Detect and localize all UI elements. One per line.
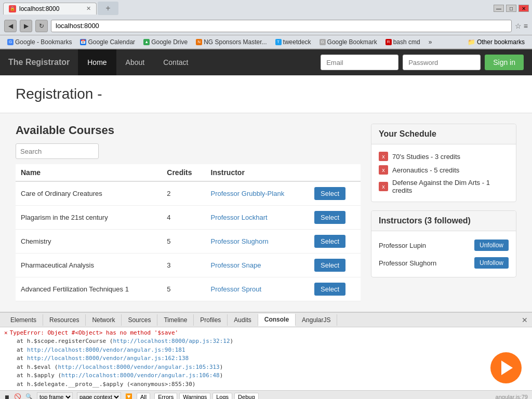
stack-link[interactable]: http://localhost:8000/vendor/angular.js:… xyxy=(58,364,219,370)
bookmark-label: Google Calendar xyxy=(88,38,135,46)
devtools-tab-sources[interactable]: Sources xyxy=(122,314,157,326)
devtools-tabs: Elements Resources Network Sources Timel… xyxy=(0,313,532,327)
frame-select[interactable]: top frame xyxy=(37,392,73,400)
course-name: Chemistry xyxy=(16,230,162,254)
new-tab-btn[interactable]: + xyxy=(98,2,118,15)
devtools-tab-timeline[interactable]: Timeline xyxy=(157,314,194,326)
select-button[interactable]: Select xyxy=(314,187,345,200)
stack-link[interactable]: http://localhost:8000/vendor/angular.js:… xyxy=(27,347,185,353)
select-button[interactable]: Select xyxy=(314,283,345,296)
minimize-btn[interactable]: — xyxy=(494,5,504,12)
search-input[interactable] xyxy=(16,143,99,159)
table-row: Plagarism in the 21st century 4 Professo… xyxy=(16,206,361,230)
filter-logs-btn[interactable]: Logs xyxy=(212,393,232,400)
remove-schedule-btn[interactable]: x xyxy=(379,152,388,161)
instructors-card: Instructors (3 followed) Professor Lupin… xyxy=(371,210,516,277)
reload-btn[interactable]: ↻ xyxy=(35,20,48,32)
select-button[interactable]: Select xyxy=(314,235,345,248)
bookmark-bash[interactable]: R bash cmd xyxy=(382,37,423,47)
error-line: ✕ TypeError: Object #<Object> has no met… xyxy=(4,329,528,336)
course-credits: 5 xyxy=(162,230,205,254)
bookmark-gbookmark[interactable]: G Google Bookmark xyxy=(316,37,380,47)
nav-link-home[interactable]: Home xyxy=(78,49,116,75)
clear-btn[interactable]: 🚫 xyxy=(14,393,21,399)
back-btn[interactable]: ◀ xyxy=(4,20,17,32)
devtools-tab-console[interactable]: Console xyxy=(258,314,296,326)
instructor-row: Professor Slughorn Unfollow xyxy=(379,254,509,272)
signin-button[interactable]: Sign in xyxy=(485,55,524,70)
instructor-name: Professor Lupin xyxy=(379,242,426,249)
bookmark-tweetdeck[interactable]: T tweetdeck xyxy=(272,37,314,47)
select-button[interactable]: Select xyxy=(314,211,345,224)
instructor-link[interactable]: Professor Snape xyxy=(211,261,261,269)
stack-link[interactable]: http://localhost:8000/vendor/angular.js:… xyxy=(61,372,220,379)
course-name: Plagarism in the 21st century xyxy=(16,206,162,230)
page-wrapper: The Registrator Home About Contact Sign … xyxy=(0,49,532,312)
select-button[interactable]: Select xyxy=(314,259,345,272)
filter-icon: 🔽 xyxy=(125,393,132,399)
bookmark-favicon-gbookmark: G xyxy=(320,39,326,45)
instructor-link[interactable]: Professor Sprout xyxy=(211,285,262,293)
course-credits: 2 xyxy=(162,181,205,206)
context-select[interactable]: page context xyxy=(77,392,121,400)
instructor-link[interactable]: Professor Grubbly-Plank xyxy=(211,190,285,197)
devtools-footer: ⏹ 🚫 🔍 top frame page context 🔽 All Error… xyxy=(0,390,532,399)
devtools-tab-profiles[interactable]: Profiles xyxy=(194,314,228,326)
email-input[interactable] xyxy=(321,55,398,70)
stack-line: at h.$apply (http://localhost:8000/vendo… xyxy=(4,371,528,380)
course-credits: 5 xyxy=(162,277,205,301)
nav-link-contact[interactable]: Contact xyxy=(154,49,197,75)
filter-errors-btn[interactable]: Errors xyxy=(154,393,177,400)
error-message: TypeError: Object #<Object> has no metho… xyxy=(10,329,179,336)
bookmark-ng[interactable]: N NG Sponsors Master... xyxy=(193,37,270,47)
instructor-link[interactable]: Professor Lockhart xyxy=(211,214,268,221)
bookmark-google[interactable]: G Google - Bookmarks xyxy=(4,37,75,47)
more-bookmarks-label: » xyxy=(429,38,432,46)
nav-link-about[interactable]: About xyxy=(116,49,154,75)
bookmark-drive[interactable]: ▲ Google Drive xyxy=(140,37,191,47)
browser-tab[interactable]: 🔒 localhost:8000 ✕ xyxy=(3,3,97,15)
table-row: Advanced Fertilization Techniques 1 5 Pr… xyxy=(16,277,361,301)
filter-warnings-btn[interactable]: Warnings xyxy=(179,393,210,400)
close-btn[interactable]: ✕ xyxy=(518,5,529,12)
unfollow-button[interactable]: Unfollow xyxy=(474,240,509,251)
devtools-close-btn[interactable]: ✕ xyxy=(522,316,528,324)
page-header-section: Registration - xyxy=(0,75,532,113)
forward-btn[interactable]: ▶ xyxy=(20,20,32,32)
course-instructor: Professor Slughorn xyxy=(206,230,310,254)
stack-link[interactable]: http://localhost:8000/app.js:32:12 xyxy=(113,338,230,344)
filter-debug-btn[interactable]: Debug xyxy=(234,393,258,400)
instructor-link[interactable]: Professor Slughorn xyxy=(211,237,269,245)
remove-schedule-btn[interactable]: x xyxy=(379,182,388,191)
menu-icon[interactable]: ≡ xyxy=(524,22,528,30)
table-row: Pharmaceutical Analysis 3 Professor Snap… xyxy=(16,254,361,277)
address-bar[interactable] xyxy=(51,20,512,32)
devtools-tab-network[interactable]: Network xyxy=(86,314,122,326)
bookmark-favicon-bash: R xyxy=(385,39,392,45)
col-header-name: Name xyxy=(16,164,162,181)
search-btn[interactable]: 🔍 xyxy=(25,393,33,399)
courses-section: Available Courses Name Credits Instructo… xyxy=(16,124,361,301)
password-input[interactable] xyxy=(403,55,481,70)
bookmark-more[interactable]: » xyxy=(425,37,435,47)
maximize-btn[interactable]: □ xyxy=(506,5,516,12)
other-bookmarks[interactable]: 📁 Other bookmarks xyxy=(464,37,528,47)
play-icon xyxy=(501,361,513,375)
tab-close-btn[interactable]: ✕ xyxy=(86,5,91,12)
unfollow-button[interactable]: Unfollow xyxy=(474,257,509,269)
bookmark-calendar[interactable]: 📅 Google Calendar xyxy=(77,37,138,47)
remove-schedule-btn[interactable]: x xyxy=(379,165,388,175)
devtools-tab-audits[interactable]: Audits xyxy=(228,314,258,326)
stack-link[interactable]: http://localhost:8000/vendor/angular.js:… xyxy=(27,355,189,362)
stack-line: at h.$scope.registerCourse (http://local… xyxy=(4,337,528,346)
star-icon[interactable]: ☆ xyxy=(515,22,522,30)
devtools-tab-elements[interactable]: Elements xyxy=(4,314,43,326)
folder-icon: 📁 xyxy=(468,38,475,46)
stop-btn[interactable]: ⏹ xyxy=(4,394,10,400)
course-name: Care of Ordinary Creatures xyxy=(16,181,162,206)
course-name: Advanced Fertilization Techniques 1 xyxy=(16,277,162,301)
devtools-tab-angularjs[interactable]: AngularJS xyxy=(296,314,337,326)
devtools-tab-resources[interactable]: Resources xyxy=(43,314,86,326)
table-row: Chemistry 5 Professor Slughorn Select xyxy=(16,230,361,254)
filter-all-btn[interactable]: All xyxy=(137,393,150,400)
